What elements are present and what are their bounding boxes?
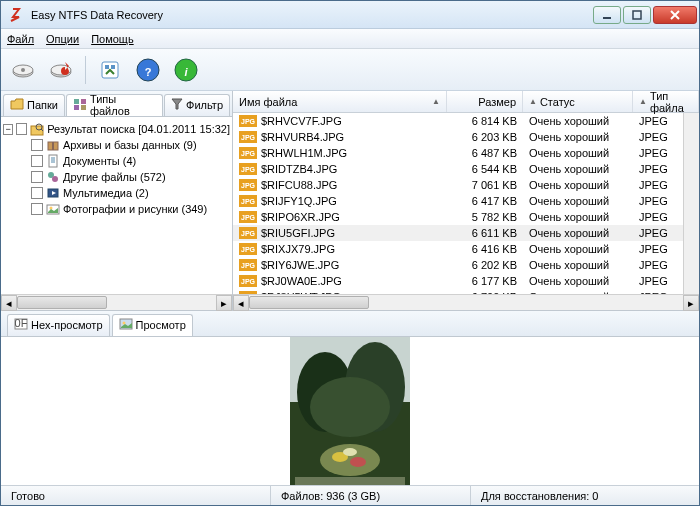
file-type: JPEG [633, 227, 683, 239]
maximize-button[interactable] [623, 6, 651, 24]
svg-rect-16 [74, 105, 79, 110]
svg-rect-15 [81, 99, 86, 104]
tree-item-label: Архивы и базы данных (9) [63, 139, 197, 151]
file-row[interactable]: JPG$RIDTZB4.JPG6 544 KBОчень хорошийJPEG [233, 161, 683, 177]
file-size: 6 202 KB [447, 259, 523, 271]
left-panel: Папки Типы файлов Фильтр − Результат пои… [1, 91, 233, 310]
collapse-icon[interactable]: − [3, 124, 13, 135]
tree-root[interactable]: − Результат поиска [04.01.2011 15:32] [3, 121, 230, 137]
toolbar-recover-button[interactable] [45, 54, 77, 86]
file-row[interactable]: JPG$RIJFY1Q.JPG6 417 KBОчень хорошийJPEG [233, 193, 683, 209]
folder-icon [10, 98, 24, 112]
vertical-scrollbar[interactable] [683, 113, 699, 294]
scrollbar-thumb[interactable] [249, 296, 369, 309]
minimize-button[interactable] [593, 6, 621, 24]
menu-file[interactable]: Файл [7, 33, 34, 45]
file-name: $RJ0WA0E.JPG [261, 275, 342, 287]
tab-preview[interactable]: Просмотр [112, 314, 193, 336]
checkbox[interactable] [31, 139, 43, 151]
checkbox[interactable] [16, 123, 27, 135]
close-button[interactable] [653, 6, 697, 24]
file-size: 6 177 KB [447, 275, 523, 287]
file-row[interactable]: JPG$RIPO6XR.JPG5 782 KBОчень хорошийJPEG [233, 209, 683, 225]
file-name: $RIXJX79.JPG [261, 243, 335, 255]
sort-asc-icon: ▲ [529, 97, 537, 106]
tab-filter[interactable]: Фильтр [164, 94, 230, 116]
toolbar-scan-button[interactable] [7, 54, 39, 86]
menu-options[interactable]: Опции [46, 33, 79, 45]
svg-point-4 [21, 68, 25, 72]
tree-item[interactable]: Мультимедиа (2) [3, 185, 230, 201]
checkbox[interactable] [31, 203, 43, 215]
other-icon [46, 170, 60, 184]
titlebar[interactable]: Easy NTFS Data Recovery [1, 1, 699, 29]
search-result-icon [30, 122, 44, 136]
scroll-left-icon[interactable]: ◂ [1, 295, 17, 311]
tab-hex-view[interactable]: 0FHex-просмотр [7, 314, 110, 336]
jpg-icon: JPG [239, 275, 257, 287]
svg-rect-14 [74, 99, 79, 104]
file-name: $RIJFY1Q.JPG [261, 195, 337, 207]
file-row[interactable]: JPG$RHVCV7F.JPG6 814 KBОчень хорошийJPEG [233, 113, 683, 129]
archive-icon [46, 138, 60, 152]
app-icon [9, 7, 25, 23]
file-size: 6 611 KB [447, 227, 523, 239]
tree-item[interactable]: Архивы и базы данных (9) [3, 137, 230, 153]
file-row[interactable]: JPG$RHWLH1M.JPG6 487 KBОчень хорошийJPEG [233, 145, 683, 161]
scrollbar-thumb[interactable] [17, 296, 107, 309]
toolbar-help-button[interactable]: ? [132, 54, 164, 86]
checkbox[interactable] [31, 155, 43, 167]
file-status: Очень хороший [523, 115, 633, 127]
scroll-right-icon[interactable]: ▸ [683, 295, 699, 311]
file-list[interactable]: JPG$RHVCV7F.JPG6 814 KBОчень хорошийJPEG… [233, 113, 683, 294]
file-status: Очень хороший [523, 275, 633, 287]
checkbox[interactable] [31, 187, 43, 199]
svg-text:0F: 0F [15, 318, 28, 329]
scroll-right-icon[interactable]: ▸ [216, 295, 232, 311]
checkbox[interactable] [31, 171, 43, 183]
file-row[interactable]: JPG$RIXJX79.JPG6 416 KBОчень хорошийJPEG [233, 241, 683, 257]
file-status: Очень хороший [523, 163, 633, 175]
tree-item-label: Фотографии и рисунки (349) [63, 203, 207, 215]
svg-rect-8 [105, 65, 109, 69]
scroll-left-icon[interactable]: ◂ [233, 295, 249, 311]
svg-rect-1 [633, 11, 641, 19]
column-status[interactable]: ▲Статус [523, 91, 633, 112]
file-type: JPEG [633, 147, 683, 159]
column-type[interactable]: ▲Тип файла [633, 91, 699, 112]
app-window: Easy NTFS Data Recovery Файл Опции Помощ… [0, 0, 700, 506]
tab-folders[interactable]: Папки [3, 94, 65, 116]
left-horizontal-scrollbar[interactable]: ◂ ▸ [1, 294, 232, 310]
svg-rect-17 [81, 105, 86, 110]
right-horizontal-scrollbar[interactable]: ◂ ▸ [233, 294, 699, 310]
types-icon [73, 98, 87, 112]
file-row[interactable]: JPG$RHVURB4.JPG6 203 KBОчень хорошийJPEG [233, 129, 683, 145]
jpg-icon: JPG [239, 259, 257, 271]
svg-text:?: ? [145, 66, 152, 78]
toolbar-options-button[interactable] [94, 54, 126, 86]
file-status: Очень хороший [523, 227, 633, 239]
file-row[interactable]: JPG$RJ0WA0E.JPG6 177 KBОчень хорошийJPEG [233, 273, 683, 289]
file-name: $RIDTZB4.JPG [261, 163, 337, 175]
file-type: JPEG [633, 131, 683, 143]
file-row[interactable]: JPG$RIFCU88.JPG7 061 KBОчень хорошийJPEG [233, 177, 683, 193]
svg-rect-22 [52, 142, 54, 150]
menu-help[interactable]: Помощь [91, 33, 134, 45]
file-row[interactable]: JPG$RIY6JWE.JPG6 202 KBОчень хорошийJPEG [233, 257, 683, 273]
file-row[interactable]: JPG$RIU5GFI.JPG6 611 KBОчень хорошийJPEG [233, 225, 683, 241]
svg-point-45 [343, 448, 357, 456]
column-name[interactable]: Имя файла▲ [233, 91, 447, 112]
tree-view[interactable]: − Результат поиска [04.01.2011 15:32] Ар… [1, 117, 232, 294]
tree-item[interactable]: Фотографии и рисунки (349) [3, 201, 230, 217]
tree-item[interactable]: Другие файлы (572) [3, 169, 230, 185]
file-name: $RHVURB4.JPG [261, 131, 344, 143]
tab-file-types[interactable]: Типы файлов [66, 94, 163, 116]
file-type: JPEG [633, 115, 683, 127]
file-type: JPEG [633, 275, 683, 287]
toolbar-info-button[interactable]: i [170, 54, 202, 86]
tree-item[interactable]: Документы (4) [3, 153, 230, 169]
file-size: 6 487 KB [447, 147, 523, 159]
svg-rect-46 [295, 477, 405, 485]
status-file-count: Файлов: 936 (3 GB) [271, 486, 471, 505]
column-size[interactable]: Размер [447, 91, 523, 112]
